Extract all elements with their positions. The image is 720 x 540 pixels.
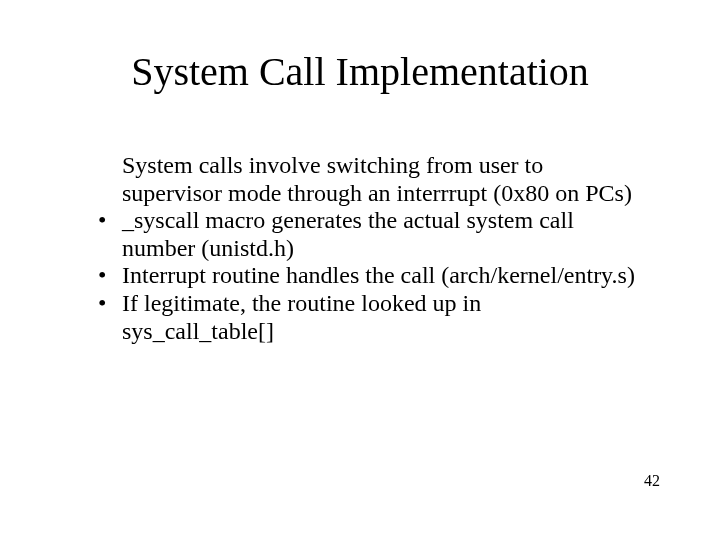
list-item: • If legitimate, the routine looked up i…	[98, 290, 638, 345]
list-item-text: System calls involve switching from user…	[122, 152, 638, 207]
list-item-text: Interrupt routine handles the call (arch…	[122, 262, 638, 290]
slide: System Call Implementation System calls …	[0, 0, 720, 540]
slide-body: System calls involve switching from user…	[98, 152, 638, 345]
bullet-icon: •	[98, 290, 122, 318]
list-item-text: _syscall macro generates the actual syst…	[122, 207, 638, 262]
bullet-icon: •	[98, 262, 122, 290]
list-item: • _syscall macro generates the actual sy…	[98, 207, 638, 262]
bullet-icon: •	[98, 207, 122, 235]
list-item: System calls involve switching from user…	[98, 152, 638, 207]
list-item-text: If legitimate, the routine looked up in …	[122, 290, 638, 345]
slide-title: System Call Implementation	[0, 48, 720, 95]
list-item: • Interrupt routine handles the call (ar…	[98, 262, 638, 290]
page-number: 42	[644, 472, 660, 490]
